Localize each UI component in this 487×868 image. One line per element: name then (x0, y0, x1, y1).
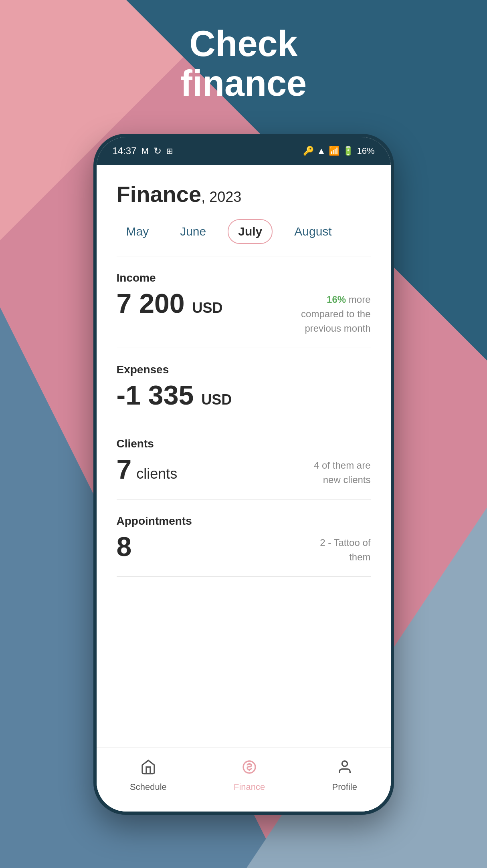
expenses-amount: -1 335 (117, 380, 194, 410)
expenses-row: -1 335 USD (117, 380, 371, 410)
clients-value: 7 clients (117, 454, 178, 484)
status-time: 14:37 (113, 145, 137, 157)
divider-5 (117, 576, 371, 577)
clients-unit: clients (136, 466, 177, 482)
header-line2: finance (180, 63, 307, 103)
appointments-value: 8 (117, 532, 132, 562)
clients-section: Clients 7 clients 4 of them arenew clien… (117, 426, 371, 495)
status-right: 🔑 ▲ 📶 🔋 16% (303, 146, 375, 156)
svg-point-1 (342, 761, 347, 766)
nav-finance[interactable]: Finance (234, 759, 265, 792)
signal-icon: 📶 (329, 146, 339, 156)
phone-container: 14:37 M ↻ ⊞ 🔑 ▲ 📶 🔋 16% Finance, 2023 (93, 134, 394, 815)
tab-june[interactable]: June (170, 220, 216, 243)
expenses-section: Expenses -1 335 USD (117, 352, 371, 418)
appointments-section: Appointments 8 2 - Tattoo ofthem (117, 503, 371, 572)
tab-may[interactable]: May (117, 220, 159, 243)
divider-2 (117, 348, 371, 348)
main-scroll: Finance, 2023 May June July August Incom… (97, 165, 391, 747)
title-text: Finance (117, 181, 202, 207)
bottom-nav: Schedule Finance (97, 747, 391, 812)
income-highlight: 16% (327, 294, 346, 305)
phone-content: Finance, 2023 May June July August Incom… (97, 165, 391, 812)
profile-label: Profile (332, 782, 357, 792)
phone-inner: 14:37 M ↻ ⊞ 🔑 ▲ 📶 🔋 16% Finance, 2023 (97, 137, 391, 812)
clients-value-inner: 7 clients (117, 454, 178, 484)
status-bar: 14:37 M ↻ ⊞ 🔑 ▲ 📶 🔋 16% (97, 137, 391, 165)
appointments-note: 2 - Tattoo ofthem (320, 536, 370, 564)
status-left: 14:37 M ↻ ⊞ (113, 145, 173, 157)
header-text: Check finance (0, 24, 487, 103)
finance-label: Finance (234, 782, 265, 792)
key-icon: 🔑 (303, 146, 314, 156)
expenses-label: Expenses (117, 363, 371, 376)
tab-august[interactable]: August (285, 220, 341, 243)
sync-icon: ↻ (154, 145, 162, 157)
nav-profile[interactable]: Profile (332, 759, 357, 792)
clients-row: 7 clients 4 of them arenew clients (117, 454, 371, 487)
income-value: 7 200 USD (117, 288, 223, 318)
nav-schedule[interactable]: Schedule (130, 759, 167, 792)
expenses-unit: USD (201, 391, 232, 408)
gmail-icon: M (141, 146, 149, 156)
income-section: Income 7 200 USD 16% morecompared to the… (117, 260, 371, 344)
divider-1 (117, 256, 371, 256)
header-line1: Check (189, 24, 297, 64)
teams-icon: ⊞ (166, 146, 173, 156)
divider-4 (117, 499, 371, 499)
income-note: 16% morecompared to theprevious month (301, 292, 370, 336)
income-label: Income (117, 272, 371, 284)
month-tabs: May June July August (117, 219, 371, 244)
page-title: Finance, 2023 (117, 181, 371, 207)
profile-icon (337, 759, 353, 779)
appointments-label: Appointments (117, 515, 371, 528)
divider-3 (117, 422, 371, 422)
clients-amount: 7 (117, 454, 132, 484)
clients-label: Clients (117, 437, 371, 450)
income-amount: 7 200 (117, 288, 185, 318)
expenses-value: -1 335 USD (117, 380, 232, 410)
tab-july[interactable]: July (228, 219, 273, 244)
battery-icon: 🔋 (343, 146, 354, 156)
clients-note: 4 of them arenew clients (314, 458, 370, 487)
home-icon (140, 759, 156, 779)
appointments-row: 8 2 - Tattoo ofthem (117, 532, 371, 564)
finance-icon (241, 759, 257, 779)
battery-text: 16% (357, 146, 374, 156)
income-row: 7 200 USD 16% morecompared to thepreviou… (117, 288, 371, 336)
schedule-label: Schedule (130, 782, 167, 792)
wifi-icon: ▲ (317, 146, 326, 156)
income-unit: USD (192, 300, 223, 316)
title-year: , 2023 (201, 189, 241, 205)
